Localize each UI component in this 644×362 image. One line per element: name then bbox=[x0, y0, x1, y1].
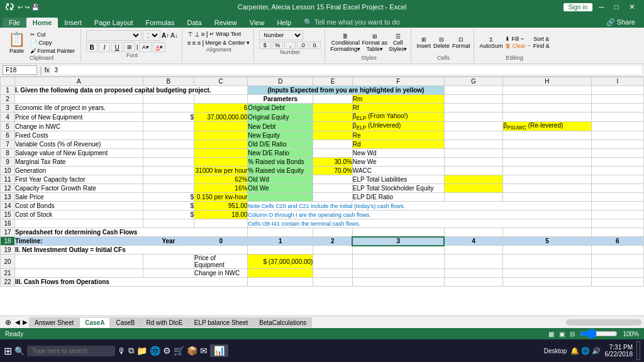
tell-me-input[interactable]: 🔍 Tell me what you want to do bbox=[297, 17, 406, 28]
cell-f3[interactable]: Rf bbox=[352, 104, 444, 112]
align-top-button[interactable]: ⊤ bbox=[187, 30, 193, 38]
increase-decimal-button[interactable]: .0 bbox=[297, 41, 308, 49]
bold-button[interactable]: B bbox=[86, 42, 97, 52]
cell-h9[interactable] bbox=[503, 158, 591, 167]
cell-f2[interactable]: Rm bbox=[352, 95, 444, 104]
cell-d18[interactable]: 1 bbox=[248, 237, 313, 246]
cell-g22[interactable] bbox=[444, 278, 503, 287]
cell-g19[interactable] bbox=[444, 246, 503, 255]
cell-e17[interactable] bbox=[313, 228, 352, 237]
cell-h10[interactable] bbox=[503, 167, 591, 175]
cell-h17[interactable] bbox=[503, 228, 591, 237]
cell-e12[interactable] bbox=[313, 184, 352, 193]
wrap-text-button[interactable]: ↵ Wrap Text bbox=[209, 30, 242, 38]
align-middle-button[interactable]: ⊥ bbox=[194, 30, 200, 38]
cell-e10[interactable]: 70.0% bbox=[313, 167, 352, 175]
cell-d15[interactable]: Column D through I are the operating cas… bbox=[248, 211, 591, 219]
tab-view[interactable]: View bbox=[243, 18, 271, 28]
cell-a8[interactable]: Salvage value of New Equipment bbox=[14, 149, 143, 158]
amazon-button[interactable]: 📦 bbox=[187, 346, 197, 356]
sheet-tab-casea[interactable]: CaseA bbox=[79, 317, 110, 327]
cell-c3[interactable]: 6 bbox=[194, 104, 248, 112]
cell-d3[interactable]: Original Debt bbox=[248, 104, 313, 112]
cell-h18[interactable]: 5 bbox=[503, 237, 591, 246]
cell-i14[interactable] bbox=[591, 202, 643, 211]
cell-b4[interactable]: $ bbox=[143, 112, 194, 122]
cell-d11[interactable]: Old Wd bbox=[248, 175, 313, 184]
cell-d17[interactable] bbox=[248, 228, 313, 237]
cell-g12[interactable] bbox=[444, 184, 503, 193]
cell-e11[interactable] bbox=[313, 175, 352, 184]
cell-h8[interactable] bbox=[503, 149, 591, 158]
cell-a18[interactable]: Timeline: bbox=[14, 237, 143, 246]
underline-button[interactable]: U bbox=[111, 42, 123, 52]
cell-c12[interactable]: 16% bbox=[194, 184, 248, 193]
cell-a10[interactable]: Generation bbox=[14, 167, 143, 175]
cell-d13[interactable] bbox=[248, 193, 313, 202]
cell-i3[interactable] bbox=[591, 104, 643, 112]
cell-b8[interactable] bbox=[143, 149, 194, 158]
cell-b12[interactable] bbox=[143, 184, 194, 193]
cell-d9[interactable]: % Raised via Bonds bbox=[248, 158, 313, 167]
cell-i17[interactable] bbox=[591, 228, 643, 237]
cell-g10[interactable] bbox=[444, 167, 503, 175]
cell-d10[interactable]: % Raised via Equity bbox=[248, 167, 313, 175]
font-size-select[interactable]: 12 bbox=[143, 30, 160, 41]
fill-color-button[interactable]: A▾ bbox=[139, 42, 152, 52]
decrease-decimal-button[interactable]: 0. bbox=[309, 41, 321, 49]
tab-home[interactable]: Home bbox=[26, 18, 58, 28]
cell-b14[interactable]: $ bbox=[143, 202, 194, 211]
autosum-button[interactable]: ΣAutoSum bbox=[479, 36, 502, 49]
view-layout[interactable]: ▣ bbox=[559, 331, 565, 337]
cell-d7[interactable]: Old D/E Ratio bbox=[248, 140, 313, 149]
align-center-button[interactable]: ≡ bbox=[192, 40, 196, 47]
cell-f19[interactable] bbox=[352, 246, 444, 255]
cell-h13[interactable] bbox=[503, 193, 591, 202]
cell-h2[interactable] bbox=[503, 95, 591, 104]
cell-i20[interactable] bbox=[591, 255, 643, 269]
cell-i6[interactable] bbox=[591, 131, 643, 140]
cell-i16[interactable] bbox=[591, 219, 643, 228]
cell-i4[interactable] bbox=[591, 112, 643, 122]
sheet-tab-rdwithdtoe[interactable]: Rd with DtoE bbox=[140, 317, 188, 327]
add-sheet-button[interactable]: ⊕ bbox=[3, 318, 14, 327]
cell-b3[interactable] bbox=[143, 104, 194, 112]
cell-h12[interactable] bbox=[503, 184, 591, 193]
task-view-button[interactable]: ⧉ bbox=[128, 346, 134, 356]
cell-g4[interactable] bbox=[444, 112, 503, 122]
cell-b15[interactable]: $ bbox=[143, 211, 194, 219]
cell-c18[interactable]: 0 bbox=[194, 237, 248, 246]
cell-a16[interactable] bbox=[14, 219, 143, 228]
cell-a7[interactable]: Variable Costs (% of Revenue) bbox=[14, 140, 143, 149]
cell-h7[interactable] bbox=[503, 140, 591, 149]
cell-i15[interactable] bbox=[591, 211, 643, 219]
cell-a14[interactable]: Cost of Bonds bbox=[14, 202, 143, 211]
tab-review[interactable]: Review bbox=[208, 18, 243, 28]
cut-button[interactable]: ✂ Cut bbox=[28, 31, 77, 38]
cell-f7[interactable]: Rd bbox=[352, 140, 444, 149]
cell-e7[interactable] bbox=[313, 140, 352, 149]
cell-d14[interactable]: Note Cells C20 and C21 include the initi… bbox=[248, 202, 591, 211]
cell-f13[interactable]: ELP D/E Ratio bbox=[352, 193, 444, 202]
show-desktop-button[interactable] bbox=[636, 341, 640, 360]
col-header-d[interactable]: D bbox=[248, 77, 313, 86]
cell-g8[interactable] bbox=[444, 149, 503, 158]
desktop-button[interactable]: Desktop bbox=[544, 348, 567, 354]
cell-c8[interactable] bbox=[194, 149, 248, 158]
copy-button[interactable]: 📄 Copy bbox=[28, 39, 77, 47]
col-header-i[interactable]: I bbox=[591, 77, 643, 86]
border-button[interactable]: ⊞ bbox=[124, 42, 135, 52]
cell-a9[interactable]: Marginal Tax Rate bbox=[14, 158, 143, 167]
cell-h11[interactable] bbox=[503, 175, 591, 184]
sheet-nav-right[interactable]: ▶ bbox=[21, 319, 29, 326]
cell-a21[interactable] bbox=[14, 269, 143, 278]
currency-button[interactable]: $ bbox=[259, 41, 270, 49]
chrome-button[interactable]: ⚙ bbox=[163, 346, 171, 356]
name-box[interactable] bbox=[3, 65, 37, 75]
cell-i7[interactable] bbox=[591, 140, 643, 149]
cell-b16[interactable] bbox=[143, 219, 194, 228]
cell-e3[interactable] bbox=[313, 104, 352, 112]
function-button[interactable]: fx bbox=[45, 67, 50, 74]
cell-f17[interactable] bbox=[352, 228, 444, 237]
cell-f11[interactable]: ELP Total Liabilities bbox=[352, 175, 444, 184]
